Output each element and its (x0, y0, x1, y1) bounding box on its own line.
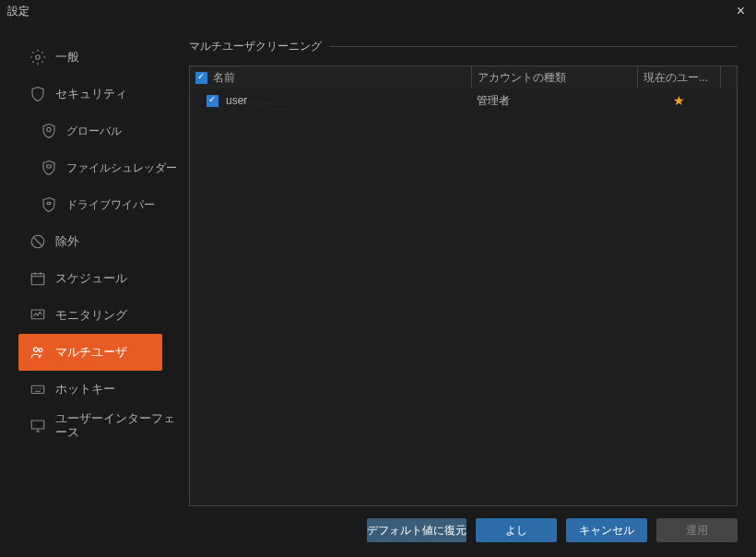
sidebar-item-label: セキュリティ (55, 88, 127, 101)
cell-current: ★ (637, 93, 720, 108)
svg-rect-9 (31, 421, 44, 429)
sidebar-item-global[interactable]: グローバル (18, 113, 180, 149)
col-header-type[interactable]: アカウントの種類 (471, 66, 637, 89)
user-name: user (226, 94, 247, 107)
restore-defaults-button[interactable]: デフォルト値に復元 (367, 518, 467, 542)
dialog-buttons: デフォルト値に復元 よし キャンセル 運用 (367, 518, 738, 542)
window-title: 設定 (7, 4, 733, 19)
exclude-icon (30, 233, 46, 250)
cell-name: user (190, 94, 471, 107)
sidebar-item-security[interactable]: セキュリティ (18, 76, 180, 113)
gear-icon (30, 49, 46, 65)
sidebar-item-label: モニタリング (55, 309, 127, 323)
svg-point-0 (36, 55, 41, 60)
sidebar-item-label: ドライブワイパー (66, 198, 155, 211)
sidebar-item-multiuser[interactable]: マルチユーザ (18, 334, 162, 371)
shield-globe-icon (41, 123, 57, 139)
sidebar-item-label: スケジュール (55, 272, 127, 286)
scribble-mark (245, 98, 301, 114)
svg-point-2 (47, 202, 52, 204)
sidebar-item-label: ホットキー (55, 383, 115, 397)
content-panel: マルチユーザクリーニング 名前 アカウントの種類 現在のユー... user (180, 22, 756, 535)
section-title: マルチユーザクリーニング (189, 39, 322, 54)
row-checkbox[interactable] (207, 95, 219, 107)
shredder-icon (41, 160, 57, 176)
section-header: マルチユーザクリーニング (189, 39, 738, 54)
svg-rect-8 (31, 385, 44, 393)
sidebar-item-schedule[interactable]: スケジュール (18, 260, 180, 297)
select-all-checkbox[interactable] (195, 72, 207, 84)
svg-point-1 (47, 127, 52, 132)
sidebar-item-monitoring[interactable]: モニタリング (18, 297, 180, 334)
calendar-icon (30, 270, 46, 287)
sidebar-item-label: ユーザーインターフェース (55, 412, 180, 440)
col-header-spacer (720, 66, 737, 89)
users-icon (30, 344, 46, 361)
star-icon: ★ (673, 93, 685, 108)
sidebar-item-label: 除外 (55, 235, 79, 249)
sidebar-item-hotkey[interactable]: ホットキー (18, 371, 180, 408)
divider (329, 46, 738, 47)
svg-point-6 (34, 348, 39, 352)
table-header: 名前 アカウントの種類 現在のユー... (190, 66, 737, 89)
sidebar-item-ui[interactable]: ユーザーインターフェース (18, 408, 180, 444)
monitor-icon (30, 307, 46, 324)
sidebar-item-shredder[interactable]: ファイルシュレッダー (18, 149, 180, 186)
close-icon[interactable]: × (733, 3, 749, 19)
keyboard-icon (30, 381, 46, 397)
sidebar-item-drivewiper[interactable]: ドライブワイパー (18, 186, 180, 223)
drive-icon (41, 196, 57, 213)
titlebar: 設定 × (0, 0, 756, 22)
sidebar-item-label: 一般 (55, 51, 79, 65)
svg-rect-4 (31, 274, 44, 285)
sidebar-item-general[interactable]: 一般 (18, 39, 180, 76)
display-icon (30, 418, 46, 434)
sidebar: 一般 セキュリティ グローバル ファイルシュレッダー ドライブワイパー 除外 ス… (0, 22, 180, 535)
svg-point-7 (39, 349, 42, 352)
sidebar-item-label: マルチユーザ (55, 346, 127, 360)
col-header-current[interactable]: 現在のユー... (637, 66, 720, 89)
shield-icon (30, 86, 46, 102)
sidebar-item-exclude[interactable]: 除外 (18, 223, 180, 260)
table-row[interactable]: user 管理者 ★ (190, 89, 737, 113)
apply-button[interactable]: 運用 (656, 518, 738, 542)
user-table: 名前 アカウントの種類 現在のユー... user 管理者 ★ (189, 65, 738, 506)
sidebar-item-label: グローバル (66, 124, 122, 137)
sidebar-item-label: ファイルシュレッダー (66, 161, 177, 174)
ok-button[interactable]: よし (476, 518, 557, 542)
cancel-button[interactable]: キャンセル (566, 518, 647, 542)
col-header-name[interactable]: 名前 (190, 66, 471, 89)
cell-type: 管理者 (471, 93, 637, 109)
